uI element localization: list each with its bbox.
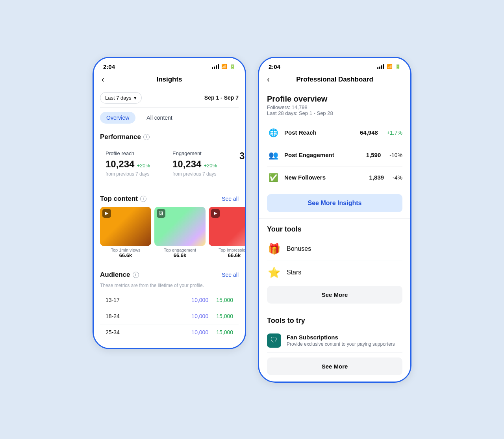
- right-phone: 2:04 📶 🔋 ‹ Professional Dashboard: [258, 57, 411, 383]
- metric-row-followers: ✅ New Followers 1,839 -4%: [267, 167, 402, 189]
- chevron-down-icon: ▾: [134, 95, 137, 101]
- reel-icon: ▶: [211, 209, 220, 218]
- audience-row-2: 25-34 10,000 15,000: [100, 324, 239, 340]
- tools-see-more-button[interactable]: See More: [267, 286, 402, 304]
- right-nav-title: Professional Dashboard: [296, 76, 373, 83]
- audience-val2-0: 15,000: [216, 297, 233, 303]
- followers-icon: ✅: [267, 171, 280, 184]
- left-status-icons: 📶 🔋: [212, 64, 235, 69]
- performance-header: Performance i: [100, 128, 239, 145]
- tools-to-try-section: Tools to try 🛡 Fan Subscriptions Provide…: [259, 310, 410, 382]
- content-label-1: Top engagement: [154, 248, 206, 252]
- audience-val1-2: 10,000: [191, 329, 208, 335]
- perf-value-engagement: 10,234: [172, 159, 201, 170]
- performance-info-icon[interactable]: i: [143, 134, 150, 140]
- image-icon: 🖼: [157, 209, 165, 218]
- right-back-button[interactable]: ‹: [267, 75, 270, 84]
- audience-val2-2: 15,000: [216, 329, 233, 335]
- audience-vals-2: 10,000 15,000: [191, 329, 233, 335]
- metric-row-reach: 🌐 Post Reach 64,948 +1.7%: [267, 122, 402, 144]
- perf-value-row-reach: 10,234 +20%: [106, 159, 158, 170]
- reach-value: 64,948: [360, 129, 378, 136]
- phones-container: 2:04 📶 🔋 ‹ Insights: [93, 57, 411, 383]
- top-content-info-icon[interactable]: i: [140, 196, 146, 202]
- tool-item-bonuses[interactable]: 🎁 Bonuses: [267, 237, 402, 261]
- followers-value: 1,839: [369, 174, 384, 181]
- perf-card-reach: Profile reach 10,234 +20% from previous …: [100, 145, 163, 182]
- audience-see-all[interactable]: See all: [222, 272, 239, 278]
- top-content-see-all[interactable]: See all: [222, 196, 239, 202]
- fan-subscriptions-text: Fan Subscriptions Provide exclusive cont…: [287, 334, 402, 347]
- metric-row-engagement: 👥 Post Engagement 1,590 -10%: [267, 144, 402, 167]
- wifi-icon: 📶: [221, 64, 227, 69]
- audience-row-1: 18-24 10,000 15,000: [100, 308, 239, 324]
- tools-to-try-see-more-button[interactable]: See More: [267, 357, 402, 375]
- audience-title: Audience i: [100, 271, 139, 279]
- audience-table: 13-17 10,000 15,000 18-24 10,000 15,000: [100, 292, 239, 340]
- try-item-fan-subscriptions[interactable]: 🛡 Fan Subscriptions Provide exclusive co…: [267, 329, 402, 353]
- profile-overview-title: Profile overview: [267, 94, 402, 104]
- perf-change-engagement: +20%: [204, 163, 217, 169]
- right-nav: ‹ Professional Dashboard: [259, 72, 410, 88]
- tools-to-try-title: Tools to try: [267, 317, 402, 325]
- audience-header: Audience i See all: [100, 265, 239, 283]
- profile-overview-section: Profile overview Followers: 14,798 Last …: [259, 88, 410, 219]
- stars-icon: ⭐: [267, 267, 281, 279]
- your-tools-section: Your tools 🎁 Bonuses ⭐ Stars See More: [259, 219, 410, 310]
- audience-info-icon[interactable]: i: [133, 272, 139, 278]
- audience-val2-1: 15,000: [216, 313, 233, 319]
- fan-subscriptions-desc: Provide exclusive content to your paying…: [287, 341, 402, 347]
- audience-age-2: 25-34: [106, 329, 120, 335]
- audience-vals-0: 10,000 15,000: [191, 297, 233, 303]
- content-img-flowers: 🖼: [154, 207, 206, 246]
- perf-stub-value: 3: [239, 150, 245, 161]
- content-val-2: 66.6k: [209, 252, 245, 258]
- right-wifi-icon: 📶: [387, 64, 393, 69]
- bonuses-icon: 🎁: [267, 243, 281, 255]
- followers-change: -4%: [393, 174, 402, 181]
- see-more-insights-button[interactable]: See More Insights: [267, 194, 402, 212]
- perf-sub-engagement: from previous 7 days: [172, 171, 224, 177]
- bonuses-label: Bonuses: [287, 245, 311, 252]
- right-status-icons: 📶 🔋: [377, 64, 401, 69]
- your-tools-title: Your tools: [267, 225, 402, 233]
- left-nav-title: Insights: [156, 76, 182, 83]
- tab-overview[interactable]: Overview: [100, 112, 135, 124]
- stars-label: Stars: [287, 269, 301, 276]
- profile-date-range: Last 28 days: Sep 1 - Sep 28: [267, 110, 402, 116]
- audience-row-0: 13-17 10,000 15,000: [100, 292, 239, 308]
- content-item-1[interactable]: 🖼 Top engagement 66.6k: [154, 207, 206, 258]
- audience-age-0: 13-17: [106, 297, 120, 303]
- top-content-header: Top content i See all: [100, 189, 239, 207]
- perf-value-reach: 10,234: [106, 159, 134, 170]
- left-phone: 2:04 📶 🔋 ‹ Insights: [93, 57, 246, 349]
- tool-item-stars[interactable]: ⭐ Stars: [267, 261, 402, 284]
- performance-cards: Profile reach 10,234 +20% from previous …: [94, 145, 245, 184]
- audience-val1-0: 10,000: [191, 297, 208, 303]
- perf-sub-reach: from previous 7 days: [106, 171, 158, 177]
- engagement-change: -10%: [389, 152, 402, 158]
- tab-all-content[interactable]: All content: [140, 112, 178, 124]
- right-time: 2:04: [269, 63, 280, 70]
- content-item-2[interactable]: ▶ Top impressions 66.6k: [209, 207, 245, 258]
- performance-title: Performance i: [100, 133, 150, 141]
- left-time: 2:04: [103, 63, 115, 70]
- fan-subscriptions-title: Fan Subscriptions: [287, 334, 402, 341]
- fan-subscriptions-icon: 🛡: [267, 333, 281, 348]
- content-val-1: 66.6k: [154, 252, 206, 258]
- left-back-button[interactable]: ‹: [102, 75, 104, 84]
- right-status-bar: 2:04 📶 🔋: [259, 58, 410, 72]
- followers-label: New Followers: [284, 174, 365, 181]
- perf-change-reach: +20%: [137, 163, 150, 169]
- content-img-smoothie: ▶: [209, 207, 245, 246]
- left-nav: ‹ Insights: [94, 72, 245, 88]
- right-signal-icon: [377, 64, 384, 69]
- video-icon: ▶: [102, 209, 111, 218]
- perf-value-row-engagement: 10,234 +20%: [172, 159, 224, 170]
- reach-change: +1.7%: [387, 130, 402, 136]
- period-filter[interactable]: Last 7 days ▾: [100, 92, 142, 104]
- content-item-0[interactable]: ▶ Top 1min views 66.6k: [100, 207, 151, 258]
- battery-icon: 🔋: [230, 64, 235, 69]
- audience-age-1: 18-24: [106, 313, 120, 319]
- top-content-title: Top content i: [100, 195, 146, 203]
